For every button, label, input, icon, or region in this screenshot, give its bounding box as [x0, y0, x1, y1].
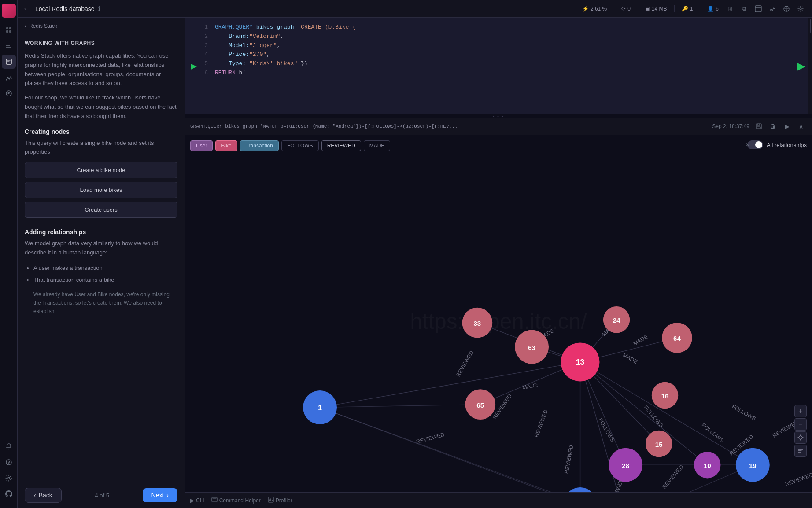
- toggle-knob: [755, 141, 762, 148]
- filter-follows[interactable]: FOLLOWS: [281, 140, 319, 151]
- cpu-value: 2.61 %: [591, 6, 607, 12]
- fit-graph-button[interactable]: [794, 431, 807, 444]
- toggle-switch[interactable]: ✕: [747, 140, 763, 149]
- filter-made[interactable]: MADE: [364, 140, 391, 151]
- creating-nodes-title: Creating nodes: [25, 128, 177, 135]
- run-button[interactable]: ▶: [188, 61, 199, 71]
- svg-text:MADE: MADE: [632, 334, 649, 347]
- left-panel: ‹ Redis Stack WORKING WITH GRAPHS Redis …: [18, 18, 185, 508]
- svg-text:1: 1: [318, 404, 322, 412]
- toolbar-profiler[interactable]: Profiler: [268, 497, 292, 504]
- settings-icon[interactable]: [794, 3, 807, 15]
- filter-user[interactable]: User: [190, 140, 213, 151]
- svg-text:33: 33: [473, 320, 481, 327]
- breadcrumb[interactable]: ‹ Redis Stack: [18, 18, 185, 33]
- graph-settings-button[interactable]: [794, 445, 807, 457]
- save-query-button[interactable]: [753, 121, 764, 132]
- svg-rect-0: [6, 27, 8, 29]
- page-title: Local Redis database ℹ: [35, 5, 100, 12]
- svg-text:65: 65: [476, 401, 484, 409]
- code-content[interactable]: GRAPH.QUERY bikes_graph 'CREATE (b:Bike …: [211, 18, 812, 114]
- next-label: Next: [151, 492, 164, 499]
- nav-streams[interactable]: [2, 86, 16, 100]
- nav-settings[interactable]: [2, 471, 16, 485]
- svg-text:MADE: MADE: [522, 382, 539, 390]
- user-value: 6: [716, 6, 719, 12]
- cpu-stat: ⚡ 2.61 %: [582, 6, 607, 12]
- filter-user-label: User: [196, 143, 207, 149]
- filter-reviewed[interactable]: REVIEWED: [321, 140, 361, 151]
- stats-bar: ⚡ 2.61 % ⟳ 0 ▣ 14 MB 🔑 1 👤 6: [582, 5, 719, 12]
- back-chevron-icon: ‹: [34, 492, 36, 499]
- zoom-in-button[interactable]: +: [794, 405, 807, 417]
- execute-button[interactable]: ▶: [797, 60, 805, 72]
- delete-query-button[interactable]: [767, 121, 779, 132]
- svg-line-28: [320, 405, 480, 408]
- code-line-3: Model:"Jigger",: [215, 41, 808, 51]
- zoom-out-icon: −: [798, 420, 802, 428]
- next-button[interactable]: Next ›: [143, 488, 177, 502]
- nav-analytics[interactable]: [2, 70, 16, 85]
- zoom-out-button[interactable]: −: [794, 418, 807, 431]
- bottom-toolbar: ▶ CLI Command Helper: [185, 492, 812, 508]
- code-line-1: GRAPH.QUERY bikes_graph 'CREATE (b:Bike …: [215, 23, 808, 32]
- back-arrow[interactable]: ←: [23, 5, 30, 13]
- svg-text:REVIEWED: REVIEWED: [661, 464, 685, 490]
- ops-value: 0: [627, 6, 631, 12]
- panel-divider[interactable]: • • •: [185, 114, 812, 118]
- code-line-4: Price:"270",: [215, 50, 808, 59]
- collapse-button[interactable]: ∧: [795, 121, 807, 132]
- section-title: WORKING WITH GRAPHS: [25, 40, 177, 46]
- svg-rect-1: [9, 27, 11, 29]
- graph-area[interactable]: User Bike Transaction FOLLOWS REVIEWED: [185, 135, 812, 492]
- table-icon[interactable]: [752, 3, 764, 15]
- all-relationships-label: All relationships: [767, 142, 807, 148]
- copy-icon[interactable]: ⧉: [738, 3, 750, 15]
- toolbar-command-helper[interactable]: Command Helper: [211, 497, 261, 504]
- code-line-6: RETURN b': [215, 69, 808, 78]
- toolbar-cli[interactable]: ▶ CLI: [190, 497, 204, 504]
- filter-reviewed-label: REVIEWED: [327, 143, 355, 149]
- load-more-bikes-button[interactable]: Load more bikes: [25, 182, 177, 198]
- filter-transaction[interactable]: Transaction: [240, 140, 279, 151]
- nav-tutorial[interactable]: [2, 55, 16, 69]
- chart-icon[interactable]: [766, 3, 779, 15]
- svg-text:https://open.itc.cn/: https://open.itc.cn/: [410, 309, 587, 333]
- svg-text:FOLLOWS: FOLLOWS: [701, 422, 725, 444]
- cli-label: CLI: [196, 497, 204, 504]
- filter-bike[interactable]: Bike: [215, 140, 237, 151]
- create-users-button[interactable]: Create users: [25, 202, 177, 218]
- nav-github[interactable]: [2, 487, 16, 501]
- svg-text:REVIEWED: REVIEWED: [533, 409, 549, 438]
- nav-browse[interactable]: [2, 23, 16, 37]
- filter-pills: User Bike Transaction FOLLOWS REVIEWED: [190, 140, 390, 151]
- nav-notifications[interactable]: [2, 439, 16, 453]
- profiler-label: Profiler: [276, 497, 292, 504]
- globe-icon[interactable]: [780, 3, 793, 15]
- graph-visualization[interactable]: https://open.itc.cn/: [185, 135, 812, 492]
- chevron-left-icon: ‹: [25, 23, 26, 29]
- bullet-2-text: That transaction contains a bike: [33, 276, 114, 283]
- nav-help[interactable]: [2, 455, 16, 469]
- cli-icon: ▶: [190, 497, 194, 504]
- run-query-button[interactable]: ▶: [781, 121, 793, 132]
- grid-icon[interactable]: ⊞: [724, 3, 736, 15]
- svg-point-69: [799, 436, 802, 439]
- ops-stat: ⟳ 0: [621, 6, 631, 12]
- nav-workbench[interactable]: [2, 39, 16, 53]
- svg-text:REVIEWED: REVIEWED: [784, 471, 812, 487]
- key-icon: 🔑: [682, 6, 688, 12]
- command-helper-label: Command Helper: [219, 497, 261, 504]
- adding-relationships-title: Adding relationships: [25, 228, 177, 236]
- app-logo[interactable]: [2, 4, 16, 18]
- info-icon[interactable]: ℹ: [98, 5, 100, 12]
- filter-made-label: MADE: [369, 143, 385, 149]
- all-relationships-toggle[interactable]: ✕ All relationships: [747, 140, 807, 149]
- create-bike-node-button[interactable]: Create a bike node: [25, 162, 177, 178]
- svg-text:REVIEWED: REVIEWED: [563, 445, 574, 474]
- back-button[interactable]: ‹ Back: [25, 488, 62, 503]
- graph-node-40[interactable]: [563, 487, 597, 492]
- top-bar: ← Local Redis database ℹ ⚡ 2.61 % ⟳ 0 ▣ …: [18, 0, 812, 18]
- page-indicator: 4 of 5: [95, 492, 109, 499]
- zoom-in-icon: +: [798, 407, 802, 415]
